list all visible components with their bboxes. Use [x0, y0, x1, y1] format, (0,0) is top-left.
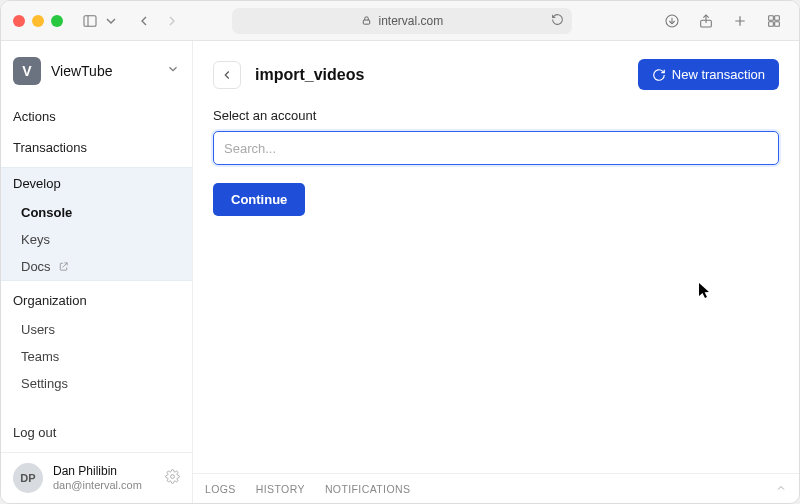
sidebar-item-actions[interactable]: Actions	[1, 101, 192, 132]
workspace-badge: V	[13, 57, 41, 85]
field-label-account: Select an account	[213, 108, 779, 123]
refresh-icon	[652, 68, 666, 82]
svg-rect-11	[775, 21, 780, 26]
sidebar-item-docs-label: Docs	[21, 259, 51, 274]
svg-rect-2	[364, 20, 370, 24]
workspace-switcher[interactable]: V ViewTube	[1, 51, 192, 97]
svg-rect-8	[769, 15, 774, 20]
workspace-name: ViewTube	[51, 63, 156, 79]
svg-rect-10	[769, 21, 774, 26]
bottom-panel-tabs: LOGS HISTORY NOTIFICATIONS	[193, 473, 799, 503]
sidebar-item-console[interactable]: Console	[1, 199, 192, 226]
sidebar-item-develop[interactable]: Develop	[1, 168, 192, 199]
avatar: DP	[13, 463, 43, 493]
page-title: import_videos	[255, 66, 364, 84]
downloads-button[interactable]	[659, 8, 685, 34]
lock-icon	[361, 15, 372, 26]
tab-notifications[interactable]: NOTIFICATIONS	[325, 483, 411, 495]
external-link-icon	[58, 262, 69, 274]
svg-point-12	[171, 474, 175, 478]
svg-rect-0	[84, 15, 96, 26]
app-sidebar: V ViewTube Actions Transactions Develop …	[1, 41, 193, 503]
continue-button[interactable]: Continue	[213, 183, 305, 216]
expand-panel-icon[interactable]	[775, 480, 787, 498]
profile-name: Dan Philibin	[53, 464, 155, 478]
address-bar[interactable]: interval.com	[232, 8, 572, 34]
sidebar-item-keys[interactable]: Keys	[1, 226, 192, 253]
sidebar-item-users[interactable]: Users	[1, 316, 192, 343]
minimize-window-button[interactable]	[32, 15, 44, 27]
sidebar-item-docs[interactable]: Docs	[1, 253, 192, 280]
page-header: import_videos New transaction	[193, 41, 799, 108]
sidebar-toggle-button[interactable]	[77, 8, 103, 34]
gear-icon[interactable]	[165, 469, 180, 488]
close-window-button[interactable]	[13, 15, 25, 27]
new-transaction-button[interactable]: New transaction	[638, 59, 779, 90]
share-button[interactable]	[693, 8, 719, 34]
sidebar-item-teams[interactable]: Teams	[1, 343, 192, 370]
reload-button[interactable]	[551, 13, 564, 29]
sidebar-item-settings[interactable]: Settings	[1, 370, 192, 397]
sidebar-item-transactions[interactable]: Transactions	[1, 132, 192, 163]
tab-history[interactable]: HISTORY	[256, 483, 305, 495]
window-controls	[13, 15, 63, 27]
address-text: interval.com	[378, 14, 443, 28]
tab-logs[interactable]: LOGS	[205, 483, 236, 495]
logout-link[interactable]: Log out	[1, 413, 192, 452]
chevron-down-icon	[166, 62, 180, 80]
fullscreen-window-button[interactable]	[51, 15, 63, 27]
back-button[interactable]	[213, 61, 241, 89]
browser-titlebar: interval.com	[1, 1, 799, 41]
profile-email: dan@interval.com	[53, 479, 155, 492]
sidebar-item-organization: Organization	[1, 285, 192, 316]
tab-group-chevron-icon[interactable]	[103, 8, 119, 34]
profile-block[interactable]: DP Dan Philibin dan@interval.com	[1, 452, 192, 503]
new-transaction-label: New transaction	[672, 67, 765, 82]
new-tab-button[interactable]	[727, 8, 753, 34]
tab-overview-button[interactable]	[761, 8, 787, 34]
nav-forward-button[interactable]	[159, 8, 185, 34]
nav-back-button[interactable]	[131, 8, 157, 34]
search-input[interactable]	[213, 131, 779, 165]
svg-rect-9	[775, 15, 780, 20]
